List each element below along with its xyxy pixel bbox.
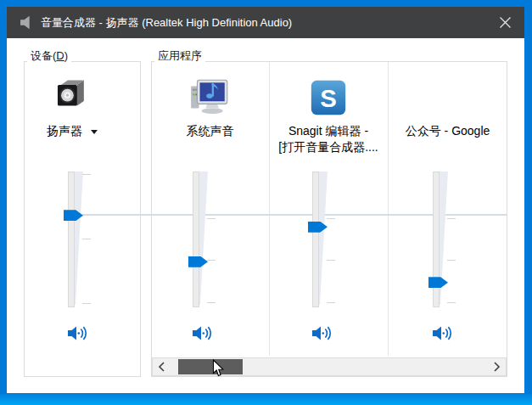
device-name: 扬声器 <box>47 124 82 139</box>
mute-button-chrome[interactable] <box>432 324 454 342</box>
volume-slider-device[interactable] <box>61 170 95 314</box>
chevron-left-icon <box>157 361 167 373</box>
slider-wedge <box>199 172 208 305</box>
slider-tick <box>327 302 335 303</box>
volume-slider-chrome[interactable] <box>426 170 460 314</box>
slider-track[interactable] <box>312 172 319 307</box>
window-title: 音量合成器 - 扬声器 (Realtek High Definition Aud… <box>41 15 292 31</box>
mute-button-device[interactable] <box>67 324 89 342</box>
snagit-icon[interactable]: S <box>310 79 347 116</box>
app-name: Snagit 编辑器 - <box>269 124 388 139</box>
slider-wedge <box>319 172 328 305</box>
scrollbar-thumb[interactable] <box>178 359 243 374</box>
svg-text:S: S <box>320 84 337 112</box>
mute-button-snagit[interactable] <box>311 324 333 342</box>
system-sounds-icon[interactable] <box>188 75 231 117</box>
app-name: 系统声音 <box>151 124 269 139</box>
slider-tick <box>82 239 91 239</box>
mouse-cursor <box>212 359 225 378</box>
slider-tick <box>447 302 456 303</box>
close-button[interactable] <box>485 7 524 38</box>
close-icon <box>499 16 512 29</box>
horizontal-scrollbar[interactable] <box>152 357 507 376</box>
slider-track[interactable] <box>193 172 199 307</box>
volume-slider-system-sounds[interactable] <box>186 170 220 314</box>
volume-slider-snagit[interactable] <box>305 170 339 314</box>
speaker-icon <box>20 15 34 30</box>
titlebar: 音量合成器 - 扬声器 (Realtek High Definition Aud… <box>7 7 524 38</box>
device-selector[interactable]: 扬声器 <box>24 124 120 139</box>
chevron-right-icon <box>491 361 501 373</box>
app-name-line2: [打开音量合成器.... <box>269 140 388 155</box>
device-group-label: 设备(D) <box>27 49 71 63</box>
slider-tick <box>82 174 91 175</box>
slider-tick <box>207 260 216 261</box>
volume-mixer-window: 音量合成器 - 扬声器 (Realtek High Definition Aud… <box>0 0 532 405</box>
slider-track[interactable] <box>68 172 75 307</box>
slider-tick <box>82 303 91 304</box>
slider-tick <box>447 260 456 261</box>
scroll-right-button[interactable] <box>487 358 506 375</box>
slider-tick <box>447 218 456 219</box>
speaker-device-icon[interactable] <box>54 78 87 110</box>
column-separator <box>388 62 389 356</box>
slider-thumb[interactable] <box>188 256 208 267</box>
chevron-down-icon <box>91 130 98 134</box>
slider-tick <box>207 218 216 219</box>
scroll-left-button[interactable] <box>153 358 171 375</box>
slider-thumb[interactable] <box>428 277 448 288</box>
applications-group-label: 应用程序 <box>154 49 205 63</box>
mute-button-system-sounds[interactable] <box>192 324 214 342</box>
slider-tick <box>327 260 335 261</box>
slider-thumb[interactable] <box>308 222 328 233</box>
slider-tick <box>327 218 335 219</box>
app-name: 公众号 - Google <box>388 124 507 139</box>
slider-tick <box>207 302 216 303</box>
column-separator <box>269 62 270 356</box>
